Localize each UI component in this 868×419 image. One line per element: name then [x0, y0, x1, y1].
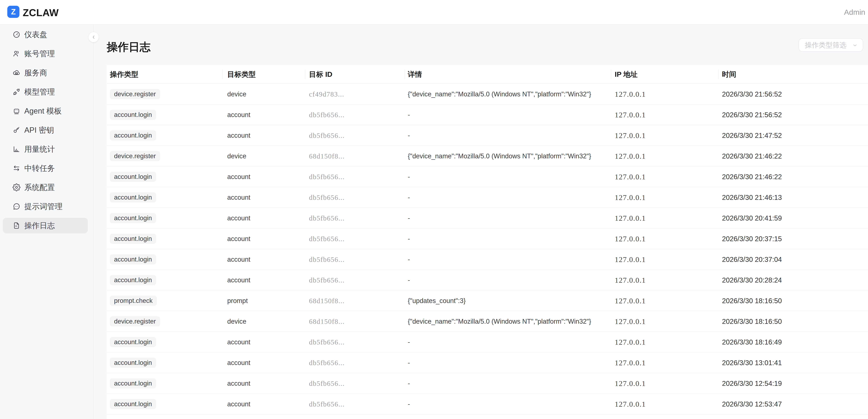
- detail-cell: -: [408, 187, 410, 208]
- target-type-cell: prompt: [227, 291, 248, 311]
- time-cell: 2026/3/30 21:47:52: [722, 125, 782, 146]
- sidebar-item-模型管理[interactable]: 模型管理: [3, 84, 88, 100]
- operation-type-badge: account.login: [110, 255, 156, 265]
- target-type-cell: account: [227, 249, 250, 270]
- target-type-cell: account: [227, 270, 250, 291]
- sidebar-item-账号管理[interactable]: 账号管理: [3, 46, 88, 61]
- chevron-left-icon: [91, 35, 96, 40]
- sidebar-item-label: 用量统计: [24, 141, 55, 157]
- ip-address-cell: 127.0.0.1: [615, 394, 646, 415]
- sidebar-collapse-button[interactable]: [89, 32, 99, 42]
- swap-arrows-icon: [12, 164, 21, 172]
- target-id-cell: cf49d783...: [309, 84, 344, 104]
- target-type-cell: account: [227, 125, 250, 146]
- target-id-cell: 68d150f8...: [309, 291, 345, 311]
- sidebar-item-API-密钥[interactable]: API 密钥: [3, 122, 88, 138]
- table-row: account.loginaccountdb5fb656...-127.0.0.…: [107, 249, 868, 270]
- time-cell: 2026/3/30 18:16:49: [722, 332, 782, 353]
- detail-cell: -: [408, 270, 410, 291]
- gauge-icon: [12, 31, 21, 38]
- detail-cell: -: [408, 167, 410, 187]
- ip-address-cell: 127.0.0.1: [615, 104, 646, 125]
- column-header-3: 目标 ID: [309, 65, 332, 84]
- operation-type-badge: device.register: [110, 89, 160, 99]
- sidebar-item-操作日志[interactable]: 操作日志: [3, 218, 88, 233]
- target-type-cell: account: [227, 373, 250, 394]
- sidebar-nav: 仪表盘账号管理服务商模型管理Agent 模板API 密钥用量统计中转任务系统配置…: [0, 25, 94, 419]
- ip-address-cell: 127.0.0.1: [615, 311, 646, 332]
- time-cell: 2026/3/30 21:46:22: [722, 146, 782, 167]
- sidebar-item-label: 账号管理: [24, 46, 55, 61]
- time-cell: 2026/3/30 21:56:52: [722, 104, 782, 125]
- time-cell: 2026/3/30 21:46:13: [722, 187, 782, 208]
- operation-type-badge: account.login: [110, 358, 156, 368]
- ip-address-cell: 127.0.0.1: [615, 187, 646, 208]
- operation-type-cell: account.login: [110, 332, 156, 353]
- operation-type-badge: account.login: [110, 337, 156, 347]
- page-title: 操作日志: [107, 39, 151, 55]
- target-id-cell: db5fb656...: [309, 208, 345, 229]
- target-type-cell: account: [227, 208, 250, 229]
- detail-cell: -: [408, 373, 410, 394]
- sidebar-item-仪表盘[interactable]: 仪表盘: [3, 27, 88, 42]
- sidebar-item-Agent-模板[interactable]: Agent 模板: [3, 103, 88, 119]
- target-id-cell: db5fb656...: [309, 104, 345, 125]
- target-type-cell: device: [227, 84, 246, 104]
- operation-type-badge: account.login: [110, 213, 156, 223]
- table-row: account.loginaccountdb5fb656...-127.0.0.…: [107, 353, 868, 373]
- table-row: account.loginaccountdb5fb656...-127.0.0.…: [107, 270, 868, 291]
- sidebar-item-label: 系统配置: [24, 180, 55, 195]
- target-type-cell: account: [227, 353, 250, 373]
- target-type-cell: account: [227, 104, 250, 125]
- table-row: device.registerdevice68d150f8...{"device…: [107, 146, 868, 167]
- table-row: account.loginaccountdb5fb656...-127.0.0.…: [107, 208, 868, 229]
- target-id-cell: db5fb656...: [309, 167, 345, 187]
- operation-type-badge: account.login: [110, 399, 156, 409]
- table-row: prompt.checkprompt68d150f8...{"updates_c…: [107, 291, 868, 311]
- column-header-1: 操作类型: [110, 65, 138, 84]
- time-cell: 2026/3/30 12:54:19: [722, 373, 782, 394]
- detail-cell: {"updates_count":3}: [408, 291, 466, 311]
- operation-type-badge: account.login: [110, 172, 156, 182]
- operation-type-badge: account.login: [110, 378, 156, 388]
- sidebar-item-label: 仪表盘: [24, 27, 47, 42]
- brand-name: ZCLAW: [23, 7, 59, 19]
- target-id-cell: db5fb656...: [309, 332, 345, 353]
- operation-type-badge: account.login: [110, 110, 156, 120]
- operation-type-cell: account.login: [110, 187, 156, 208]
- sidebar-item-系统配置[interactable]: 系统配置: [3, 180, 88, 195]
- target-id-cell: db5fb656...: [309, 229, 345, 249]
- sidebar-item-label: API 密钥: [24, 122, 54, 138]
- admin-user-menu[interactable]: Admin: [844, 8, 865, 17]
- column-divider: [305, 69, 305, 79]
- column-header-4: 详情: [408, 65, 422, 84]
- ip-address-cell: 127.0.0.1: [615, 146, 646, 167]
- operation-type-cell: account.login: [110, 229, 156, 249]
- ip-address-cell: 127.0.0.1: [615, 208, 646, 229]
- brand-logo: Z: [7, 6, 20, 18]
- table-row: device.registerdevicecf49d783...{"device…: [107, 84, 868, 104]
- operation-type-filter-select[interactable]: 操作类型筛选: [799, 38, 863, 52]
- operation-type-cell: device.register: [110, 84, 160, 104]
- sidebar-item-label: 提示词管理: [24, 199, 62, 214]
- sidebar-item-服务商[interactable]: 服务商: [3, 65, 88, 81]
- time-cell: 2026/3/30 21:56:52: [722, 84, 782, 104]
- sidebar-item-用量统计[interactable]: 用量统计: [3, 141, 88, 157]
- cloud-server-icon: [12, 69, 21, 77]
- operation-type-cell: account.login: [110, 394, 156, 415]
- ip-address-cell: 127.0.0.1: [615, 373, 646, 394]
- table-row: account.loginaccountdb5fb656...-127.0.0.…: [107, 394, 868, 415]
- target-id-cell: db5fb656...: [309, 373, 345, 394]
- sidebar-item-提示词管理[interactable]: 提示词管理: [3, 199, 88, 214]
- file-text-icon: [12, 221, 21, 230]
- sidebar-item-中转任务[interactable]: 中转任务: [3, 160, 88, 176]
- target-id-cell: db5fb656...: [309, 249, 345, 270]
- column-divider: [718, 69, 718, 79]
- operation-type-cell: account.login: [110, 373, 156, 394]
- filter-placeholder: 操作类型筛选: [805, 38, 846, 51]
- time-cell: 2026/3/30 18:16:50: [722, 291, 782, 311]
- ip-address-cell: 127.0.0.1: [615, 332, 646, 353]
- column-divider: [611, 69, 611, 79]
- detail-cell: -: [408, 104, 410, 125]
- time-cell: 2026/3/30 20:41:59: [722, 208, 782, 229]
